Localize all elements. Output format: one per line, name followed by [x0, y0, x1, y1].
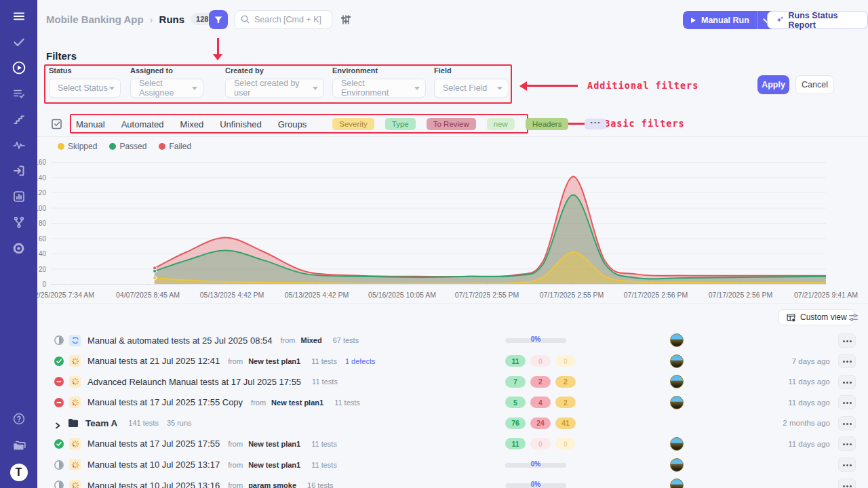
- run-row[interactable]: Manual tests at 17 Jul 2025 17:55 Copyfr…: [41, 394, 861, 411]
- assignee-avatar[interactable]: [670, 458, 684, 472]
- run-title[interactable]: Manual tests at 21 Jul 2025 12:41: [87, 356, 220, 366]
- chart-legend: SkippedPassedFailed: [58, 142, 191, 151]
- run-row[interactable]: Manual tests at 10 Jul 2025 13:16frompar…: [41, 476, 861, 488]
- app-logo[interactable]: T: [10, 464, 28, 481]
- filter-created-by-select[interactable]: Select created by user: [225, 79, 324, 98]
- chevron-right-icon[interactable]: [54, 420, 61, 426]
- quick-filter-manual[interactable]: Manual: [76, 119, 105, 129]
- passed-badge: 5: [505, 396, 526, 408]
- row-menu-button[interactable]: [838, 479, 856, 488]
- quick-filter-automated[interactable]: Automated: [121, 119, 164, 129]
- row-menu-button[interactable]: [838, 395, 856, 409]
- legend-item-skipped[interactable]: Skipped: [58, 142, 97, 151]
- assignee-avatar[interactable]: [670, 396, 684, 409]
- select-all-icon[interactable]: [50, 117, 64, 131]
- row-menu-button[interactable]: [838, 458, 856, 472]
- run-title[interactable]: Manual tests at 17 Jul 2025 17:55: [87, 439, 220, 449]
- run-title[interactable]: Manual tests at 10 Jul 2025 13:16: [87, 481, 220, 488]
- filter-tag-severity[interactable]: Severity: [332, 118, 374, 130]
- filter-field: Field Select Field: [434, 66, 509, 98]
- run-source[interactable]: New test plan1: [248, 357, 300, 365]
- projects-folder-icon[interactable]: [8, 437, 30, 453]
- run-source[interactable]: New test plan1: [248, 440, 300, 448]
- run-title[interactable]: Manual & automated tests at 25 Jul 2025 …: [87, 336, 272, 346]
- pulse-icon[interactable]: [8, 137, 30, 153]
- run-title[interactable]: Advanced Relaunch Manual tests at 17 Jul…: [87, 377, 301, 387]
- run-result-badges: 1100: [505, 438, 576, 449]
- filter-field-label: Field: [434, 66, 509, 75]
- quick-filter-mixed[interactable]: Mixed: [180, 119, 204, 129]
- run-tests-count: 16 tests: [307, 481, 334, 488]
- quick-filter-unfinished[interactable]: Unfinished: [220, 119, 261, 129]
- import-icon[interactable]: [8, 163, 30, 179]
- row-menu-button[interactable]: [838, 354, 856, 368]
- run-source[interactable]: New test plan1: [248, 461, 300, 469]
- passed-badge: 11: [505, 355, 526, 367]
- run-tests-count: 11 tests: [311, 440, 337, 448]
- chevron-down-icon: [313, 87, 318, 90]
- more-filters-button[interactable]: ···: [585, 119, 606, 129]
- run-tests-count: 11 tests: [334, 399, 360, 407]
- filter-toggle-button[interactable]: [209, 10, 228, 29]
- run-row[interactable]: Manual tests at 10 Jul 2025 13:17fromNew…: [41, 456, 861, 474]
- filter-tag-new[interactable]: new: [487, 118, 515, 130]
- chevron-down-icon: [414, 87, 420, 90]
- analytics-icon[interactable]: [8, 188, 30, 205]
- row-menu-button[interactable]: [838, 333, 856, 348]
- run-source[interactable]: New test plan1: [271, 399, 323, 407]
- run-from-label: from: [228, 440, 243, 448]
- run-title[interactable]: Manual tests at 17 Jul 2025 17:55 Copy: [87, 397, 243, 407]
- apply-button[interactable]: Apply: [757, 75, 789, 94]
- settings-gear-icon[interactable]: [8, 240, 30, 256]
- runs-status-report-button[interactable]: Runs Status Report: [767, 11, 868, 29]
- header-adjust-icon[interactable]: [340, 14, 352, 26]
- run-defects-link[interactable]: 1 defects: [345, 357, 376, 365]
- breadcrumb-project[interactable]: Mobile Banking App: [46, 14, 144, 25]
- filter-tag-to-review[interactable]: To Review: [427, 118, 476, 130]
- x-axis-label: 07/17/2025 2:56 PM: [624, 291, 688, 299]
- run-group-row[interactable]: Team A141 tests35 runs7624412 months ago: [41, 414, 861, 432]
- progress-value: 0%: [505, 336, 566, 343]
- row-menu-button[interactable]: [838, 375, 856, 389]
- runs-play-icon[interactable]: [8, 60, 30, 76]
- filter-tag-type[interactable]: Type: [385, 118, 416, 130]
- divider: [37, 136, 868, 137]
- tests-check-icon[interactable]: [8, 34, 30, 50]
- manual-run-button[interactable]: Manual Run: [683, 11, 776, 29]
- custom-view-button[interactable]: Custom view: [778, 309, 854, 325]
- run-source[interactable]: param smoke: [248, 481, 296, 488]
- run-row[interactable]: Manual & automated tests at 25 Jul 2025 …: [41, 331, 861, 349]
- cancel-button[interactable]: Cancel: [795, 75, 834, 94]
- row-menu-button[interactable]: [838, 416, 856, 430]
- run-source[interactable]: Mixed: [300, 336, 321, 344]
- assignee-avatar[interactable]: [670, 437, 684, 451]
- row-menu-button[interactable]: [838, 436, 856, 451]
- assignee-avatar[interactable]: [670, 375, 684, 388]
- run-title[interactable]: Manual tests at 10 Jul 2025 13:17: [87, 460, 220, 470]
- help-icon[interactable]: [8, 411, 30, 427]
- quick-filter-groups[interactable]: Groups: [278, 119, 307, 129]
- filter-assignee-select[interactable]: Select Assignee: [130, 79, 203, 98]
- test-plans-icon[interactable]: [8, 85, 30, 102]
- assignee-avatar[interactable]: [670, 354, 684, 368]
- menu-icon[interactable]: [8, 8, 30, 24]
- filter-tag-headers[interactable]: Headers: [526, 118, 568, 130]
- milestones-icon[interactable]: [8, 111, 30, 127]
- run-type-manual-icon: [69, 438, 81, 449]
- list-settings-icon[interactable]: [848, 312, 859, 323]
- assignee-avatar[interactable]: [670, 333, 684, 347]
- filter-field-select[interactable]: Select Field: [434, 79, 509, 98]
- run-row[interactable]: Manual tests at 17 Jul 2025 17:55fromNew…: [41, 435, 861, 453]
- filter-environment-select[interactable]: Select Environment: [332, 79, 426, 98]
- legend-item-failed[interactable]: Failed: [159, 142, 191, 151]
- passed-badge: 76: [505, 418, 526, 429]
- group-title[interactable]: Team A: [85, 418, 117, 428]
- breadcrumb-page[interactable]: Runs: [159, 14, 185, 25]
- legend-item-passed[interactable]: Passed: [109, 142, 146, 151]
- branches-icon[interactable]: [8, 214, 30, 230]
- run-row[interactable]: Advanced Relaunch Manual tests at 17 Jul…: [41, 373, 861, 390]
- run-row[interactable]: Manual tests at 21 Jul 2025 12:41fromNew…: [41, 352, 861, 370]
- assignee-avatar[interactable]: [670, 479, 684, 488]
- run-row-main: Advanced Relaunch Manual tests at 17 Jul…: [41, 376, 338, 388]
- filter-status-select[interactable]: Select Status: [49, 79, 121, 98]
